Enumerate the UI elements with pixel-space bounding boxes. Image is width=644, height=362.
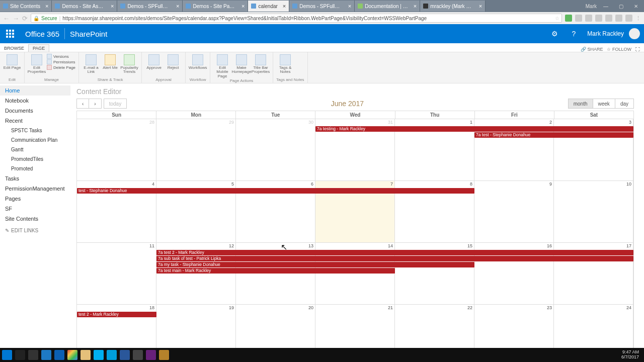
nav-notebook[interactable]: Notebook xyxy=(0,96,70,106)
calendar-day-cell[interactable]: 29 xyxy=(156,119,236,181)
ie-icon[interactable] xyxy=(41,350,51,360)
help-icon[interactable]: ? xyxy=(565,24,582,43)
extension-icon[interactable] xyxy=(595,15,602,22)
calendar-day-cell[interactable]: 30 xyxy=(236,119,315,181)
versions-button[interactable]: Versions xyxy=(47,54,75,59)
browser-tab[interactable]: Documentation | FullC…× xyxy=(355,1,420,12)
tab-close-icon[interactable]: × xyxy=(479,3,482,9)
email-link-button[interactable]: E-mail a Link xyxy=(82,53,100,74)
extension-icon[interactable] xyxy=(585,15,592,22)
delete-page-button[interactable]: Delete Page xyxy=(47,65,75,70)
tab-close-icon[interactable]: × xyxy=(45,3,48,9)
make-homepage-button[interactable]: Make Homepage xyxy=(232,53,251,74)
taskbar-search-icon[interactable] xyxy=(15,350,25,360)
edit-properties-button[interactable]: Edit Properties xyxy=(28,53,46,74)
extension-icon[interactable] xyxy=(615,15,622,22)
tab-close-icon[interactable]: × xyxy=(348,3,351,9)
extension-icon[interactable] xyxy=(565,15,572,22)
system-tray[interactable]: 9:47 AM 6/7/2017 xyxy=(621,350,642,360)
ribbon-tab-browse[interactable]: BROWSE xyxy=(0,45,28,52)
tab-close-icon[interactable]: × xyxy=(242,3,245,9)
edge-icon[interactable] xyxy=(54,350,64,360)
nav-recent-item[interactable]: Promoted xyxy=(0,164,70,173)
browser-tab[interactable]: Demos - Site Pages - A…× xyxy=(183,1,248,12)
maximize-button[interactable]: ▢ xyxy=(615,2,627,11)
browser-tab[interactable]: mrackley (Mark Rackley)× xyxy=(420,1,486,12)
chrome-icon[interactable] xyxy=(67,350,77,360)
calendar-event[interactable]: 7a my task - Stephanie Donahue xyxy=(156,262,474,267)
tab-close-icon[interactable]: × xyxy=(414,3,417,9)
forward-button[interactable]: → xyxy=(13,15,19,22)
permissions-button[interactable]: Permissions xyxy=(47,59,75,64)
ribbon-tab-page[interactable]: PAGE xyxy=(28,44,49,52)
workflows-button[interactable]: Workflows xyxy=(189,53,207,70)
title-bar-button[interactable]: Title Bar Properties xyxy=(252,53,270,74)
chrome-user-label[interactable]: Mark xyxy=(586,4,597,9)
edit-links-button[interactable]: ✎ EDIT LINKS xyxy=(0,224,70,237)
nav-documents[interactable]: Documents xyxy=(0,106,70,116)
extension-icon[interactable] xyxy=(605,15,612,22)
browser-tab[interactable]: Demos - SPFullCalend…× xyxy=(289,1,355,12)
avatar[interactable] xyxy=(629,28,640,39)
follow-button[interactable]: ☆ FOLLOW xyxy=(607,47,631,52)
calendar-event[interactable]: test - Stephanie Donahue xyxy=(77,188,474,194)
reject-button[interactable]: Reject xyxy=(164,53,182,70)
calendar-event[interactable]: test 2 - Mark Rackley xyxy=(77,312,156,317)
calendar-event[interactable]: 7a test 2 - Mark Rackley xyxy=(156,250,633,255)
calendar-day-cell[interactable]: 9 xyxy=(474,181,554,243)
calendar-day-cell[interactable]: 28 xyxy=(77,119,156,181)
word-icon[interactable] xyxy=(120,350,130,360)
approve-button[interactable]: Approve xyxy=(145,53,163,70)
edit-page-button[interactable]: Edit Page xyxy=(3,53,21,70)
extension-icon[interactable] xyxy=(625,15,632,22)
app-launcher-icon[interactable] xyxy=(0,24,20,43)
nav-home[interactable]: Home xyxy=(0,85,70,96)
share-button[interactable]: 🔗 SHARE xyxy=(581,47,603,52)
cal-today-button[interactable]: today xyxy=(104,99,127,109)
minimize-button[interactable]: — xyxy=(600,2,612,11)
cal-next-button[interactable]: › xyxy=(89,99,101,109)
skype-icon[interactable] xyxy=(107,350,117,360)
view-day-button[interactable]: day xyxy=(615,99,634,109)
nav-recent-item[interactable]: Communication Plan xyxy=(0,135,70,145)
nav-recent-item[interactable]: PromotedTiles xyxy=(0,154,70,164)
calendar-event[interactable]: 7a test main - Mark Rackley xyxy=(156,268,395,274)
extension-icon[interactable] xyxy=(575,15,582,22)
view-week-button[interactable]: week xyxy=(593,99,615,109)
browser-tab[interactable]: calendar× xyxy=(248,1,289,12)
file-explorer-icon[interactable] xyxy=(80,350,91,360)
close-window-button[interactable]: ✕ xyxy=(630,2,642,11)
nav-sf[interactable]: SF xyxy=(0,204,70,214)
calendar-event[interactable]: 7a test - Stephanie Donahue xyxy=(474,132,633,138)
suite-user-name[interactable]: Mark Rackley xyxy=(584,30,627,37)
calendar-day-cell[interactable]: 11 xyxy=(77,243,156,305)
settings-app-icon[interactable] xyxy=(133,350,143,360)
chrome-menu-icon[interactable]: ⋮ xyxy=(635,15,641,22)
start-button[interactable] xyxy=(2,350,12,360)
tab-close-icon[interactable]: × xyxy=(111,3,114,9)
suite-product-label[interactable]: Office 365 xyxy=(20,30,64,38)
browser-tab[interactable]: Site Contents× xyxy=(0,1,52,12)
tab-close-icon[interactable]: × xyxy=(283,3,286,9)
tab-close-icon[interactable]: × xyxy=(176,3,179,9)
popularity-button[interactable]: Popularity Trends xyxy=(120,53,138,74)
skype-business-icon[interactable] xyxy=(94,350,104,360)
task-view-icon[interactable] xyxy=(28,350,38,360)
nav-permission-mgmt[interactable]: PermissionManagement xyxy=(0,184,70,194)
edit-mobile-button[interactable]: Edit Mobile Page xyxy=(213,53,231,78)
visual-studio-icon[interactable] xyxy=(146,350,156,360)
back-button[interactable]: ← xyxy=(3,15,10,22)
nav-recent-item[interactable]: Gantt xyxy=(0,145,70,154)
suite-app-label[interactable]: SharePoint xyxy=(65,30,112,38)
calendar-day-cell[interactable]: 10 xyxy=(554,181,633,243)
cal-prev-button[interactable]: ‹ xyxy=(76,99,89,109)
calendar-event[interactable]: 7a testing - Mark Rackley xyxy=(315,126,633,132)
app-icon[interactable] xyxy=(159,350,169,360)
browser-tab[interactable]: Demos - Site Assets - A…× xyxy=(52,1,117,12)
nav-recent[interactable]: Recent xyxy=(0,116,70,126)
calendar-event[interactable]: 7a sub task of test - Patrick Lipka xyxy=(156,256,633,261)
nav-site-contents[interactable]: Site Contents xyxy=(0,214,70,224)
nav-tasks[interactable]: Tasks xyxy=(0,173,70,184)
browser-tab[interactable]: Demos - SPFullCalend…× xyxy=(117,1,183,12)
settings-icon[interactable]: ⚙ xyxy=(546,24,563,43)
